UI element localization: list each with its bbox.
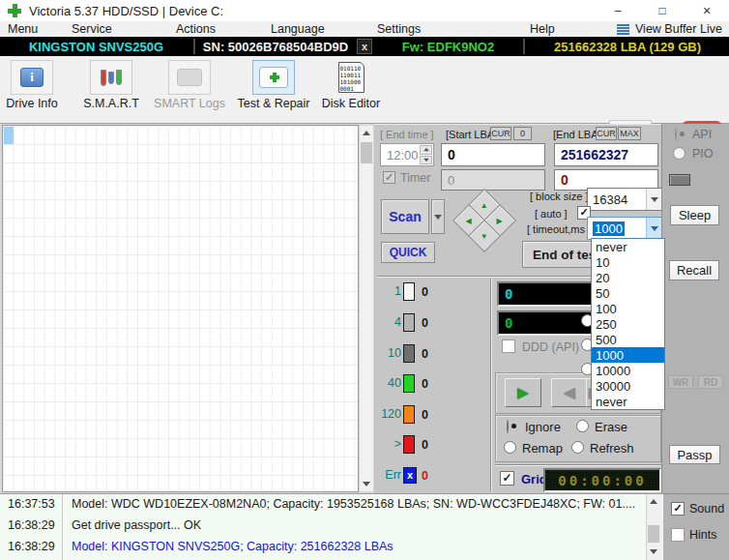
stat-count: 0 <box>422 438 428 452</box>
stat-block-lightgray <box>403 313 415 332</box>
menu-item-actions[interactable]: Actions <box>176 22 216 36</box>
smart-button[interactable]: S.M.A.R.T <box>77 60 145 110</box>
scroll-thumb[interactable] <box>648 525 659 543</box>
erase-label[interactable]: Erase <box>595 420 627 434</box>
list-icon <box>617 24 629 35</box>
dropdown-option[interactable]: never <box>592 239 664 254</box>
app-icon <box>8 4 21 17</box>
smart-label: S.M.A.R.T <box>83 97 139 110</box>
start-lba-zero-button[interactable]: 0 <box>513 127 532 140</box>
rd-button: RD <box>698 375 723 389</box>
stat-count: 0 <box>422 285 428 299</box>
hints-checkbox[interactable] <box>671 528 685 542</box>
end-lba-label: [End LBA] <box>553 129 601 140</box>
menu-bar: Menu Service Actions Language Settings H… <box>0 21 729 37</box>
maximize-button-icon[interactable]: □ <box>640 0 685 21</box>
combo-arrow-icon[interactable] <box>646 218 662 239</box>
scroll-down-icon[interactable] <box>647 545 660 559</box>
scroll-thumb[interactable] <box>361 142 372 163</box>
refresh-radio[interactable] <box>571 441 584 454</box>
stat-label: 4 <box>375 315 401 329</box>
timeout-combo[interactable]: 1000 <box>587 217 663 240</box>
spin-down-icon[interactable] <box>420 156 432 165</box>
dropdown-arrow-icon <box>434 215 442 220</box>
dropdown-option[interactable]: 50 <box>592 285 664 301</box>
sleep-button[interactable]: Sleep <box>670 205 719 225</box>
log-time: 16:38:29 <box>8 540 55 553</box>
scroll-down-icon[interactable] <box>360 477 373 491</box>
end-lba-max-button[interactable]: MAX <box>618 127 641 140</box>
dropdown-option[interactable]: 30000 <box>592 378 664 394</box>
scan-button[interactable]: Scan <box>381 199 429 234</box>
test-tubes-icon <box>90 60 132 95</box>
ddd-checkbox <box>502 339 515 353</box>
disk-editor-button[interactable]: 010110 110011 101000 0001 Disk Editor <box>319 60 383 110</box>
activity-led <box>669 174 690 186</box>
ignore-label[interactable]: Ignore <box>525 420 561 434</box>
api-label: API <box>692 128 712 141</box>
sound-checkbox[interactable]: ✓ <box>671 502 685 516</box>
refresh-label[interactable]: Refresh <box>590 441 634 456</box>
stat-label: Err <box>375 468 401 482</box>
scan-map[interactable] <box>2 125 359 492</box>
dropdown-option[interactable]: 100 <box>592 301 664 316</box>
menu-item-help[interactable]: Help <box>530 22 555 36</box>
remap-label[interactable]: Remap <box>522 441 563 456</box>
play-button[interactable]: ▶ <box>505 378 541 407</box>
spin-up-icon[interactable] <box>420 145 432 155</box>
dropdown-option-selected[interactable]: 1000 <box>592 347 664 363</box>
block-size-combo[interactable]: 16384 <box>587 188 663 211</box>
device-serial: SN: 50026B768504BD9D <box>196 37 355 56</box>
dropdown-option[interactable]: 10000 <box>592 363 664 378</box>
dropdown-option[interactable]: 20 <box>592 270 664 285</box>
close-button-icon[interactable]: × <box>685 0 729 21</box>
spinner-buttons[interactable] <box>420 145 432 164</box>
dropdown-option[interactable]: 10 <box>592 254 664 270</box>
test-repair-button[interactable]: Test & Repair <box>232 60 315 110</box>
x-badge[interactable]: x <box>357 39 372 54</box>
stat-block-green <box>403 374 415 393</box>
log-scrollbar[interactable] <box>646 494 662 560</box>
quick-button[interactable]: QUICK <box>381 242 435 263</box>
scroll-up-icon[interactable] <box>647 494 660 509</box>
drive-info-button[interactable]: i Drive Info <box>4 60 60 110</box>
stat-block-red <box>403 435 415 454</box>
map-scrollbar[interactable] <box>359 125 374 492</box>
passport-button[interactable]: Passp <box>669 445 720 464</box>
scroll-up-icon[interactable] <box>360 126 373 140</box>
remap-radio[interactable] <box>504 441 516 454</box>
grid-checkbox[interactable]: ✓ <box>500 471 514 486</box>
menu-item-service[interactable]: Service <box>72 22 112 36</box>
erase-radio[interactable] <box>576 420 589 432</box>
view-buffer-live[interactable]: View Buffer Live <box>635 22 722 36</box>
auto-label: [ auto ] <box>535 208 568 220</box>
stat-label: 40 <box>375 376 401 390</box>
ignore-radio[interactable] <box>507 419 509 434</box>
end-time-label: [ End time ] <box>380 129 434 140</box>
dropdown-option[interactable]: never <box>592 394 664 409</box>
start-lba-cur-button[interactable]: CUR <box>490 127 511 140</box>
combo-arrow-icon[interactable] <box>646 189 662 210</box>
left-arrow-icon: ◀ <box>466 217 472 225</box>
timeout-label: [ timeout,ms ] <box>527 223 591 235</box>
end-time-spinner[interactable]: 12:00 <box>380 143 434 166</box>
minimize-button-icon[interactable]: – <box>596 0 640 21</box>
stat-block-white <box>403 282 415 301</box>
start-lba-input[interactable]: 0 <box>441 143 545 166</box>
menu-item-menu[interactable]: Menu <box>8 22 38 36</box>
end-lba-input[interactable]: 251662327 <box>554 143 658 166</box>
recall-button[interactable]: Recall <box>669 260 719 280</box>
scanned-block <box>4 127 14 144</box>
menu-item-settings[interactable]: Settings <box>377 22 421 36</box>
timer-left-field: 0 <box>441 169 545 191</box>
stat-label: 120 <box>375 407 401 421</box>
smart-logs-button: SMART Logs <box>151 60 228 110</box>
dropdown-option[interactable]: 500 <box>592 332 664 347</box>
stat-label: > <box>375 437 401 451</box>
step-back-button[interactable]: ◀ <box>551 378 588 407</box>
end-lba-cur-button[interactable]: CUR <box>596 127 617 140</box>
divider <box>62 494 63 560</box>
menu-item-language[interactable]: Language <box>271 22 325 36</box>
scan-dropdown-button[interactable] <box>431 199 445 234</box>
dropdown-option[interactable]: 250 <box>592 316 664 332</box>
